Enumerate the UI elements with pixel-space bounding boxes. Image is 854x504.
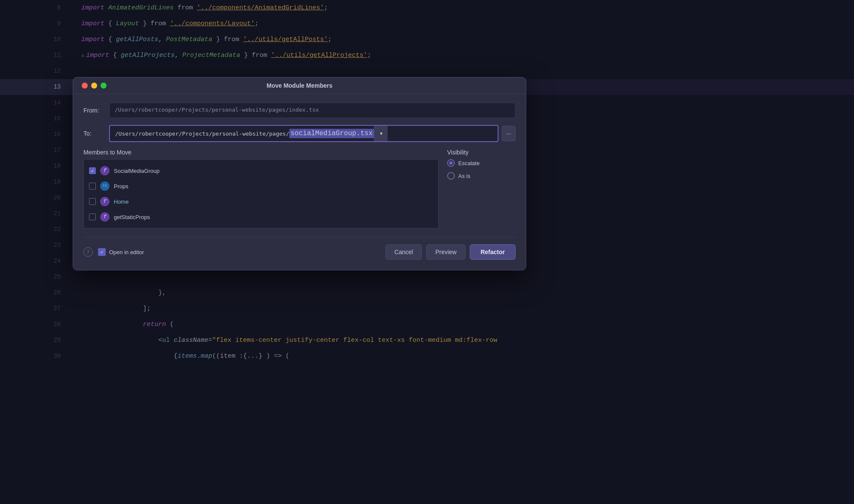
dialog-titlebar: Move Module Members — [73, 77, 526, 94]
visibility-section: Visibility Escalate As is — [447, 149, 516, 228]
member-item-social-media-group[interactable]: f SocialMediaGroup — [84, 163, 438, 178]
from-row: From: /Users/robertcooper/Projects/perso… — [83, 103, 516, 118]
visibility-as-is[interactable]: As is — [447, 172, 516, 180]
code-line-25: 25 — [0, 269, 854, 285]
member-icon-home: f — [100, 197, 110, 206]
line-number-30: 30 — [0, 348, 73, 364]
line-content-8: import AnimatedGridLines from '../compon… — [73, 0, 328, 16]
members-header: Members to Move — [83, 149, 439, 156]
refactor-button[interactable]: Refactor — [470, 244, 516, 260]
member-checkbox-social-media-group[interactable] — [89, 167, 96, 174]
code-line-26: 26 }, — [0, 285, 854, 301]
line-content-29: <ul className="flex items-center justify… — [73, 332, 497, 348]
line-number-25: 25 — [0, 269, 73, 285]
to-path-highlight: socialMediaGroup.tsx — [289, 129, 374, 138]
from-input: /Users/robertcooper/Projects/personal-we… — [109, 103, 516, 118]
to-input-container[interactable]: /Users/robertcooper/Projects/personal-we… — [109, 125, 498, 142]
line-content-27: ]; — [73, 301, 151, 317]
code-line-30: 30 {items.map((item :{...} ) => ( — [0, 348, 854, 364]
from-label: From: — [83, 107, 109, 114]
radio-as-is[interactable] — [447, 172, 455, 180]
minimize-window-button[interactable] — [91, 83, 97, 89]
traffic-lights — [82, 83, 107, 89]
line-number-17: 17 — [0, 142, 73, 158]
member-item-get-static-props[interactable]: f getStaticProps — [84, 209, 438, 225]
help-button[interactable]: ? — [83, 247, 93, 257]
line-number-12: 12 — [0, 63, 73, 79]
members-visibility-section: Members to Move f SocialMediaGroup TS Pr… — [83, 149, 516, 228]
member-name-home: Home — [114, 199, 129, 205]
member-checkbox-get-static-props[interactable] — [89, 213, 96, 220]
line-number-10: 10 — [0, 32, 73, 47]
line-number-23: 23 — [0, 237, 73, 253]
radio-as-is-label: As is — [458, 173, 470, 179]
open-in-editor-checkbox[interactable] — [98, 248, 106, 256]
to-dropdown-button[interactable]: ▾ — [374, 126, 388, 141]
member-name-social-media-group: SocialMediaGroup — [114, 168, 160, 174]
member-icon-get-static-props: f — [100, 212, 110, 222]
line-number-24: 24 — [0, 253, 73, 269]
preview-button[interactable]: Preview — [426, 244, 466, 260]
dialog-body: From: /Users/robertcooper/Projects/perso… — [73, 94, 526, 270]
line-number-19: 19 — [0, 174, 73, 190]
member-item-props[interactable]: TS Props — [84, 178, 438, 194]
line-content-10: import { getAllPosts, PostMetadata } fro… — [73, 32, 332, 47]
maximize-window-button[interactable] — [101, 83, 107, 89]
line-number-18: 18 — [0, 158, 73, 174]
line-number-15: 15 — [0, 111, 73, 127]
code-line-28: 28 return ( — [0, 317, 854, 332]
code-line-11: 11 ⚠import { getAllProjects, ProjectMeta… — [0, 47, 854, 63]
member-icon-props: TS — [100, 181, 110, 191]
member-name-props: Props — [114, 183, 128, 190]
code-line-27: 27 ]; — [0, 301, 854, 317]
code-line-8: 8 import AnimatedGridLines from '../comp… — [0, 0, 854, 16]
move-module-dialog: Move Module Members From: /Users/robertc… — [73, 77, 526, 270]
line-content-30: {items.map((item :{...} ) => ( — [73, 348, 289, 364]
cancel-button[interactable]: Cancel — [385, 244, 422, 260]
line-number-28: 28 — [0, 317, 73, 332]
line-number-13: 13 — [0, 79, 73, 95]
close-window-button[interactable] — [82, 83, 88, 89]
members-list-container: Members to Move f SocialMediaGroup TS Pr… — [83, 149, 439, 228]
line-number-14: 14 — [0, 95, 73, 111]
member-item-home[interactable]: f Home — [84, 194, 438, 209]
line-content-11: ⚠import { getAllProjects, ProjectMetadat… — [73, 47, 371, 64]
line-content-28: return ( — [73, 317, 174, 332]
to-row: To: /Users/robertcooper/Projects/persona… — [83, 125, 516, 142]
dialog-footer: ? Open in editor Cancel Preview Refactor — [83, 237, 516, 260]
line-number-8: 8 — [0, 0, 73, 16]
member-name-get-static-props: getStaticProps — [114, 214, 150, 220]
member-icon-social-media-group: f — [100, 166, 110, 175]
line-number-22: 22 — [0, 222, 73, 237]
visibility-header: Visibility — [447, 149, 516, 156]
dialog-title: Move Module Members — [267, 82, 332, 89]
line-number-21: 21 — [0, 206, 73, 222]
member-checkbox-home[interactable] — [89, 198, 96, 205]
radio-escalate[interactable] — [447, 159, 455, 167]
members-list: f SocialMediaGroup TS Props f Home — [83, 159, 439, 228]
to-path-prefix: /Users/robertcooper/Projects/personal-we… — [110, 130, 289, 137]
line-number-29: 29 — [0, 332, 73, 348]
line-number-16: 16 — [0, 127, 73, 142]
line-content-26: }, — [73, 285, 166, 301]
to-label: To: — [83, 130, 109, 137]
line-number-9: 9 — [0, 16, 73, 32]
line-number-26: 26 — [0, 285, 73, 301]
member-checkbox-props[interactable] — [89, 183, 96, 190]
line-number-27: 27 — [0, 301, 73, 317]
code-line-29: 29 <ul className="flex items-center just… — [0, 332, 854, 348]
line-content-9: import { Layout } from '../components/La… — [73, 16, 258, 32]
line-number-20: 20 — [0, 190, 73, 206]
visibility-escalate[interactable]: Escalate — [447, 159, 516, 167]
code-line-9: 9 import { Layout } from '../components/… — [0, 16, 854, 32]
open-in-editor-label: Open in editor — [109, 249, 144, 255]
code-line-10: 10 import { getAllPosts, PostMetadata } … — [0, 32, 854, 47]
to-browse-button[interactable]: ··· — [502, 126, 516, 141]
radio-escalate-label: Escalate — [458, 160, 480, 166]
footer-buttons: Cancel Preview Refactor — [385, 244, 516, 260]
line-number-11: 11 — [0, 47, 73, 63]
warning-icon: ⚠ — [81, 53, 84, 59]
